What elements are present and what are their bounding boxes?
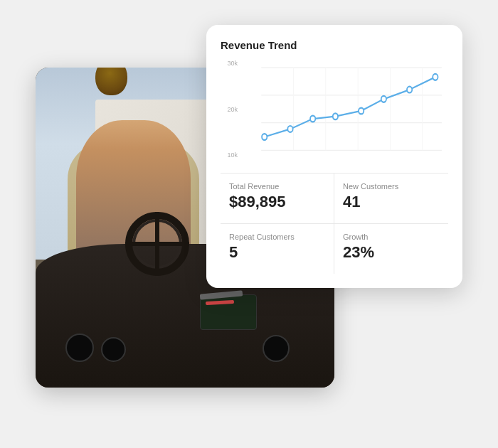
stats-grid: Total Revenue $89,895 New Customers 41 R…	[221, 174, 448, 274]
svg-point-10	[287, 126, 292, 132]
y-label-20k: 20k	[227, 106, 240, 113]
y-label-10k: 10k	[227, 151, 240, 159]
stat-repeat-customers: Repeat Customers 5	[221, 224, 334, 274]
svg-point-12	[333, 113, 338, 119]
svg-point-11	[310, 116, 315, 122]
svg-point-16	[433, 74, 438, 80]
total-revenue-label: Total Revenue	[229, 182, 325, 191]
stat-new-customers: New Customers 41	[334, 174, 448, 224]
svg-point-14	[381, 96, 386, 102]
card-title: Revenue Trend	[221, 39, 448, 51]
analytics-card: Revenue Trend 30k 20k 10k	[206, 25, 462, 288]
new-customers-value: 41	[343, 193, 440, 210]
revenue-chart: 30k 20k 10k	[221, 60, 448, 174]
y-axis: 30k 20k 10k	[221, 60, 240, 159]
main-scene: Revenue Trend 30k 20k 10k	[36, 25, 462, 423]
svg-point-9	[262, 134, 267, 140]
growth-value: 23%	[343, 244, 440, 261]
new-customers-label: New Customers	[343, 182, 440, 191]
stat-total-revenue: Total Revenue $89,895	[221, 174, 334, 224]
repeat-customers-value: 5	[229, 244, 325, 261]
y-label-30k: 30k	[227, 60, 240, 67]
chart-svg	[221, 60, 448, 170]
repeat-customers-label: Repeat Customers	[229, 233, 325, 241]
growth-label: Growth	[343, 233, 440, 241]
svg-point-13	[359, 108, 364, 114]
svg-point-15	[407, 87, 412, 93]
total-revenue-value: $89,895	[229, 193, 325, 210]
stat-growth: Growth 23%	[334, 224, 448, 274]
